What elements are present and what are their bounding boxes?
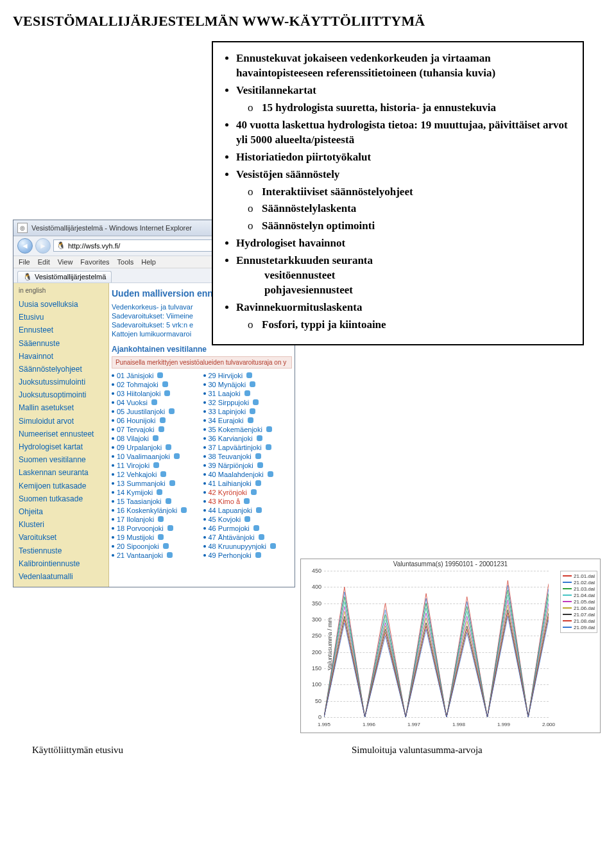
sidebar-item[interactable]: Laskennan seuranta [13,466,108,479]
river-link[interactable]: 40 Maalahdenjoki [203,470,293,479]
status-icon [163,543,169,549]
sidebar-item[interactable]: Säännöstelyohjeet [13,363,108,376]
y-tick-label: 0 [305,714,321,720]
x-tick-label: 1.997 [407,722,420,727]
river-link[interactable]: 15 Taasianjoki [112,497,201,506]
river-link[interactable]: 35 Kokemäenjoki [203,425,293,434]
bullet-icon [203,392,206,395]
river-link[interactable]: 43 Kimo å [203,497,293,506]
river-link[interactable]: 38 Teuvanjoki [203,452,293,461]
sidebar-item[interactable]: Ohjeita [13,505,108,518]
river-link[interactable]: 33 Lapinjoki [203,407,293,416]
river-link[interactable]: 20 Sipoonjoki [112,542,201,551]
sidebar-item[interactable]: Varoitukset [13,531,108,544]
status-icon [162,381,168,387]
river-link[interactable]: 10 Vaalimaanjoki [112,452,201,461]
river-label: 07 Tervajoki [117,426,155,433]
river-link[interactable]: 48 Kruunupyynjoki [203,542,293,551]
river-link[interactable]: 03 Hiitolanjoki [112,389,201,398]
sidebar-item[interactable]: Suomen vesitilanne [13,453,108,466]
river-link[interactable]: 13 Summanjoki [112,479,201,488]
menu-edit[interactable]: Edit [38,258,50,266]
language-link[interactable]: in english [13,287,108,298]
x-tick-label: 1.999 [497,722,510,727]
river-label: 29 Hirvijoki [209,372,243,379]
river-label: 17 Ilolanjoki [117,516,154,523]
river-link[interactable]: 21 Vantaanjoki [112,551,201,560]
river-link[interactable]: 09 Urpalanjoki [112,443,201,452]
bullet-icon [112,455,114,458]
river-link[interactable]: 02 Tohmajoki [112,380,201,389]
sidebar-item[interactable]: Havainnot [13,350,108,363]
river-link[interactable]: 37 Lapväärtinjoki [203,443,293,452]
river-link[interactable]: 39 Närpiönjoki [203,461,293,470]
river-link[interactable]: 16 Koskenkylänjoki [112,506,201,515]
back-button[interactable]: ◄ [17,238,33,254]
river-link[interactable]: 34 Eurajoki [203,416,293,425]
sidebar-item[interactable]: Suomen tutkasade [13,492,108,505]
sidebar-item[interactable]: Hydrologiset kartat [13,440,108,453]
river-label: 15 Taasianjoki [117,498,162,505]
river-link[interactable]: 18 Porvoonjoki [112,524,201,533]
river-label: 12 Vehkajoki [117,471,157,478]
menu-favorites[interactable]: Favorites [80,258,109,266]
river-link[interactable]: 41 Laihianjoki [203,479,293,488]
river-link[interactable]: 08 Vilajoki [112,434,201,443]
river-link[interactable]: 47 Ähtävänjoki [203,533,293,542]
river-link[interactable]: 19 Mustijoki [112,533,201,542]
river-link[interactable]: 45 Kovjoki [203,515,293,524]
river-link[interactable]: 14 Kymijoki [112,488,201,497]
menu-view[interactable]: View [58,258,73,266]
browser-tab[interactable]: 🐧 Vesistömallijärjestelmä [17,271,112,282]
status-icon [248,417,253,423]
sidebar-item[interactable]: Kemijoen tutkasade [13,480,108,492]
sidebar-item[interactable]: Mallin asetukset [13,401,108,414]
river-link[interactable]: 04 Vuoksi [112,398,201,407]
river-link[interactable]: 01 Jänisjoki [112,371,201,380]
sidebar-item[interactable]: Klusteri [13,518,108,531]
river-label: 19 Mustijoki [117,534,154,541]
river-label: 03 Hiitolanjoki [117,390,160,397]
sidebar-item[interactable]: Simuloidut arvot [13,415,108,428]
river-link[interactable]: 07 Tervajoki [112,425,201,434]
river-link[interactable]: 12 Vehkajoki [112,470,201,479]
river-link[interactable]: 44 Lapuanjoki [203,506,293,515]
river-link[interactable]: 11 Virojoki [112,461,201,470]
bullet-icon [203,401,206,404]
menu-tools[interactable]: Tools [117,258,134,266]
status-icon [259,534,264,540]
river-link[interactable]: 17 Ilolanjoki [112,515,201,524]
river-link[interactable]: 29 Hirvijoki [203,371,293,380]
sidebar-item[interactable]: Etusivu [13,311,108,324]
menu-help[interactable]: Help [141,258,156,266]
river-label: 05 Juustilanjoki [117,408,165,415]
forward-button[interactable]: ► [35,238,51,254]
info-sub: pohjavesiennusteet [236,283,572,298]
bullet-icon [203,545,206,548]
sidebar-item[interactable]: Vedenlaatumalli [13,570,108,583]
river-label: 39 Närpiönjoki [209,462,253,469]
status-icon [251,489,257,495]
sidebar-item[interactable]: Numeeriset ennusteet [13,428,108,440]
river-label: 48 Kruunupyynjoki [209,542,267,550]
river-link[interactable]: 30 Mynäjoki [203,380,293,389]
sidebar-item[interactable]: Ennusteet [13,324,108,336]
river-label: 41 Laihianjoki [209,480,252,487]
river-link[interactable]: 31 Laajoki [203,389,293,398]
river-link[interactable]: 42 Kyrönjoki [203,488,293,497]
sidebar-item[interactable]: Juoksutussimulointi [13,376,108,388]
river-link[interactable]: 05 Juustilanjoki [112,407,201,416]
sidebar-item[interactable]: Uusia sovelluksia [13,298,108,311]
river-label: 46 Purmojoki [209,525,250,532]
sidebar-item[interactable]: Juoksutusoptimointi [13,388,108,401]
river-link[interactable]: 36 Karvianjoki [203,434,293,443]
sidebar-item[interactable]: Kalibrointiennuste [13,557,108,570]
sidebar-item[interactable]: Sääennuste [13,337,108,350]
river-link[interactable]: 06 Hounijoki [112,416,201,425]
river-link[interactable]: 49 Perhonjoki [203,551,293,560]
menu-file[interactable]: File [19,258,30,266]
river-link[interactable]: 32 Sirppujoki [203,398,293,407]
sidebar-item[interactable]: Testiennuste [13,544,108,557]
status-icon [167,525,173,531]
river-link[interactable]: 46 Purmojoki [203,524,293,533]
